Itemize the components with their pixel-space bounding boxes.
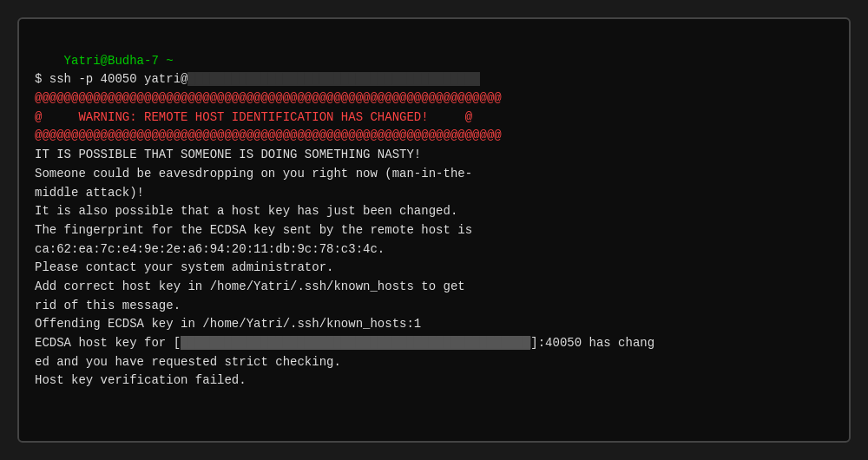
fingerprint-value: ca:62:ea:7c:e4:9e:2e:a6:94:20:11:db:9c:7… [35,242,385,256]
at-border-bottom: @@@@@@@@@@@@@@@@@@@@@@@@@@@@@@@@@@@@@@@@… [35,128,502,142]
command-line: $ ssh -p 40050 yatri@███████████████████… [35,72,480,86]
terminal-content: Yatri@Budha-7 ~ $ ssh -p 40050 yatri@███… [35,33,833,410]
prompt-line: Yatri@Budha-7 ~ [64,54,174,68]
contact-admin-line: Please contact your system administrator… [35,260,333,274]
hostkey-changed-line: It is also possible that a host key has … [35,204,457,218]
add-key-line: Add correct host key in /home/Yatri/.ssh… [35,279,465,293]
ecdsa-host-line: ECDSA host key for [████████████████████… [35,336,654,350]
middle-line: middle attack)! [35,186,144,200]
fingerprint-line: The fingerprint for the ECDSA key sent b… [35,223,472,237]
strict-checking-line: ed and you have requested strict checkin… [35,355,341,369]
nasty-line: IT IS POSSIBLE THAT SOMEONE IS DOING SOM… [35,148,421,161]
warning-line: @ WARNING: REMOTE HOST IDENTIFICATION HA… [35,110,472,124]
eavesdrop-line: Someone could be eavesdropping on you ri… [35,167,472,181]
verification-failed-line: Host key verification failed. [35,373,247,387]
rid-message-line: rid of this message. [35,299,181,312]
offending-key-line: Offending ECDSA key in /home/Yatri/.ssh/… [35,317,421,331]
terminal-window: Yatri@Budha-7 ~ $ ssh -p 40050 yatri@███… [17,17,851,443]
at-border-top: @@@@@@@@@@@@@@@@@@@@@@@@@@@@@@@@@@@@@@@@… [35,91,502,105]
